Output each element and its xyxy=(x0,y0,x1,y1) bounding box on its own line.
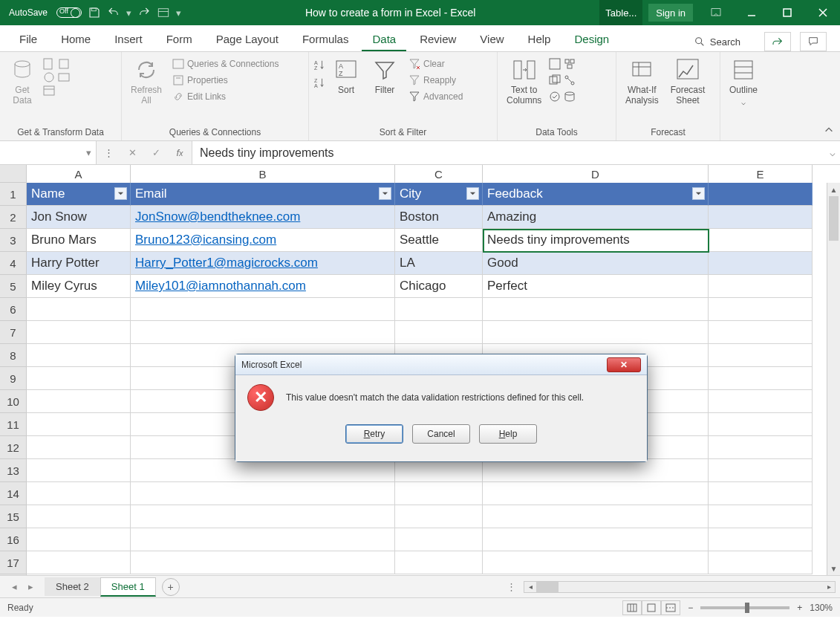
sheet-nav-prev-icon[interactable]: ◂ xyxy=(6,581,22,592)
tab-review[interactable]: Review xyxy=(409,27,466,51)
flash-fill-icon[interactable] xyxy=(549,58,561,70)
tab-insert[interactable]: Insert xyxy=(104,27,153,51)
tab-design[interactable]: Design xyxy=(564,27,619,51)
scroll-right-icon[interactable]: ▸ xyxy=(823,582,835,592)
tab-file[interactable]: File xyxy=(9,27,48,51)
text-to-columns-button[interactable]: Text to Columns xyxy=(502,56,546,107)
row-header[interactable]: 14 xyxy=(0,482,26,505)
row-header[interactable]: 13 xyxy=(0,459,26,482)
scroll-left-icon[interactable]: ◂ xyxy=(524,582,536,592)
autosave-toggle[interactable]: Off xyxy=(56,7,82,18)
sort-desc-icon[interactable]: ZA xyxy=(313,77,325,89)
sheet-nav-next-icon[interactable]: ▸ xyxy=(22,581,39,592)
scroll-thumb-h[interactable] xyxy=(536,582,559,592)
clear-filter-button[interactable]: Clear xyxy=(406,56,466,71)
undo-icon[interactable] xyxy=(107,6,120,19)
tab-page-layout[interactable]: Page Layout xyxy=(206,27,289,51)
row-header[interactable]: 2 xyxy=(0,206,26,229)
cell[interactable]: Bruno123@icansing.com xyxy=(131,229,395,252)
fx-menu-icon[interactable]: ⋮ xyxy=(97,147,120,158)
existing-conn-icon[interactable] xyxy=(58,71,70,83)
row-header[interactable]: 12 xyxy=(0,436,26,459)
refresh-all-button[interactable]: Refresh All xyxy=(126,56,166,107)
col-header-b[interactable]: B xyxy=(131,165,395,183)
cell[interactable]: Miley101@iamnothannah.com xyxy=(131,275,395,298)
row-header[interactable]: 1 xyxy=(0,183,26,206)
outline-button[interactable]: Outline⌵ xyxy=(725,56,762,108)
cell[interactable]: Needs tiny improvements xyxy=(483,229,709,252)
sheet-tab-2[interactable]: Sheet 2 xyxy=(45,577,100,596)
col-header-a[interactable]: A xyxy=(27,165,131,183)
search-label[interactable]: Search xyxy=(710,36,740,48)
row-header[interactable]: 6 xyxy=(0,298,26,321)
minimize-button[interactable] xyxy=(735,0,769,25)
retry-button[interactable]: Retry xyxy=(345,424,403,444)
reapply-button[interactable]: Reapply xyxy=(406,73,466,88)
view-page-break-icon[interactable] xyxy=(661,600,680,615)
advanced-filter-button[interactable]: Advanced xyxy=(406,89,466,104)
share-button[interactable] xyxy=(764,32,791,51)
whatif-button[interactable]: What-If Analysis xyxy=(621,56,663,107)
comments-button[interactable] xyxy=(800,32,827,51)
scroll-thumb[interactable] xyxy=(829,196,839,241)
row-header[interactable]: 17 xyxy=(0,551,26,574)
col-header-c[interactable]: C xyxy=(395,165,483,183)
row-header[interactable]: 4 xyxy=(0,252,26,275)
cell[interactable]: Chicago xyxy=(395,275,483,298)
cell[interactable] xyxy=(709,275,813,298)
from-table-icon[interactable] xyxy=(43,85,55,97)
insert-function-icon[interactable]: fx xyxy=(168,147,192,158)
row-header[interactable]: 15 xyxy=(0,505,26,528)
properties-button[interactable]: Properties xyxy=(169,73,281,88)
zoom-slider[interactable] xyxy=(700,606,789,609)
sort-button[interactable]: AZ Sort xyxy=(328,56,364,97)
row-header[interactable]: 16 xyxy=(0,528,26,551)
forecast-sheet-button[interactable]: Forecast Sheet xyxy=(666,56,710,107)
save-icon[interactable] xyxy=(88,6,101,19)
data-model-icon[interactable] xyxy=(564,91,576,103)
form-quick-icon[interactable] xyxy=(157,6,170,19)
scroll-down-icon[interactable]: ▼ xyxy=(827,562,840,575)
cell[interactable]: Bruno Mars xyxy=(27,229,131,252)
tab-help[interactable]: Help xyxy=(518,27,561,51)
name-box[interactable]: ▾ xyxy=(0,141,97,164)
vertical-scrollbar[interactable]: ▲ ▼ xyxy=(827,183,840,575)
edit-links-button[interactable]: Edit Links xyxy=(169,89,281,104)
cell[interactable]: Perfect xyxy=(483,275,709,298)
maximize-button[interactable] xyxy=(770,0,804,25)
cell[interactable]: Harry_Potter1@magicrocks.com xyxy=(131,252,395,275)
formula-input[interactable]: Needs tiny improvements xyxy=(192,141,825,164)
sort-asc-icon[interactable]: AZ xyxy=(313,59,325,71)
row-header[interactable]: 3 xyxy=(0,229,26,252)
search-icon[interactable] xyxy=(694,36,706,48)
tab-form[interactable]: Form xyxy=(156,27,203,51)
cell[interactable]: Seattle xyxy=(395,229,483,252)
from-text-icon[interactable] xyxy=(43,58,55,70)
cell[interactable] xyxy=(709,206,813,229)
row-header[interactable]: 9 xyxy=(0,367,26,390)
row-header[interactable]: 8 xyxy=(0,344,26,367)
help-button[interactable]: Help xyxy=(479,424,537,444)
remove-duplicates-icon[interactable] xyxy=(549,74,561,86)
col-header-e[interactable]: E xyxy=(709,165,813,183)
cell[interactable] xyxy=(709,229,813,252)
cell[interactable]: Miley Cyrus xyxy=(27,275,131,298)
queries-connections-button[interactable]: Queries & Connections xyxy=(169,56,281,71)
select-all-corner[interactable] xyxy=(0,165,27,183)
view-page-layout-icon[interactable] xyxy=(642,600,661,615)
filter-button[interactable]: Filter xyxy=(367,56,403,97)
sheet-tab-1[interactable]: Sheet 1 xyxy=(100,577,156,597)
zoom-level[interactable]: 130% xyxy=(810,603,833,613)
row-header[interactable]: 5 xyxy=(0,275,26,298)
redo-icon[interactable] xyxy=(137,6,151,19)
cancel-button[interactable]: Cancel xyxy=(412,424,470,444)
filter-icon[interactable] xyxy=(379,187,391,200)
cancel-formula-icon[interactable]: ✕ xyxy=(120,147,144,158)
enter-formula-icon[interactable]: ✓ xyxy=(144,147,168,158)
ribbon-display-icon[interactable] xyxy=(699,0,733,25)
relationships-icon[interactable] xyxy=(564,74,576,86)
view-normal-icon[interactable] xyxy=(622,600,642,615)
collapse-ribbon-icon[interactable] xyxy=(824,125,834,137)
row-header[interactable]: 7 xyxy=(0,321,26,344)
close-button[interactable] xyxy=(806,0,840,25)
